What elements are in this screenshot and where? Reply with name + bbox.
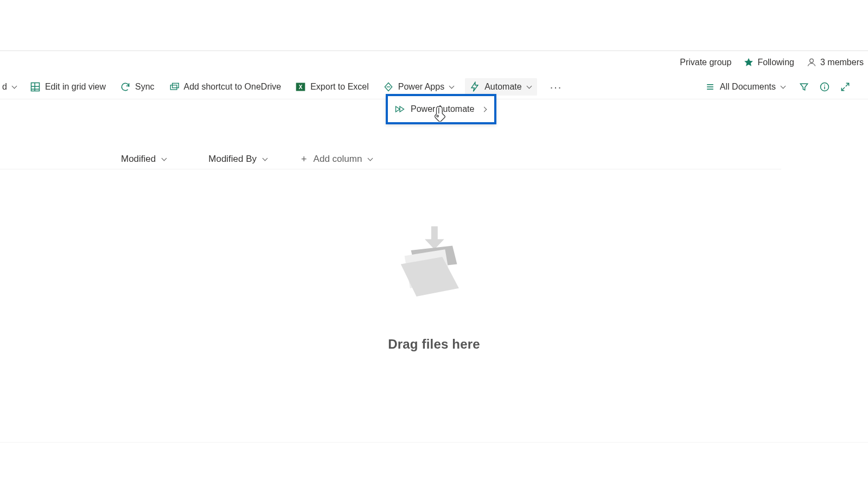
shortcut-label: Add shortcut to OneDrive [184,82,282,92]
column-modified-label: Modified [121,154,156,165]
power-automate-label: Power Automate [411,104,481,114]
sync-button[interactable]: Sync [116,78,159,96]
expand-button[interactable] [838,78,853,96]
chevron-down-icon [161,156,168,162]
page-meta-bar: Private group Following 3 members [0,51,868,73]
automate-dropdown-item[interactable]: Power Automate [386,94,496,124]
add-column-button[interactable]: + Add column [301,154,374,165]
power-automate-icon [394,104,405,115]
chevron-down-icon [780,84,787,90]
chevron-down-icon [11,84,18,90]
power-apps-label: Power Apps [398,82,444,92]
onedrive-shortcut-icon [169,81,180,92]
view-label: All Documents [720,82,776,92]
export-excel-label: Export to Excel [310,82,369,92]
svg-rect-6 [172,83,178,87]
excel-icon: X [295,81,306,92]
expand-icon [840,81,851,92]
svg-text:X: X [299,84,303,90]
chevron-down-icon [449,84,455,90]
automate-icon [469,81,480,92]
export-to-excel-button[interactable]: X Export to Excel [291,78,373,96]
svg-rect-15 [431,226,438,241]
column-headers: Modified Modified By + Add column [0,149,868,169]
private-group-label: Private group [680,58,731,67]
column-modified-by[interactable]: Modified By [208,154,269,165]
chevron-right-icon [481,106,488,112]
chevron-down-icon [262,156,269,162]
power-apps-icon [383,81,394,92]
edit-in-grid-button[interactable]: Edit in grid view [25,78,110,96]
footer-divider [0,442,868,443]
power-apps-button[interactable]: Power Apps [379,78,459,96]
column-modified[interactable]: Modified [121,154,168,165]
new-button-truncated[interactable]: d [0,79,20,95]
folder-drop-icon [388,223,480,315]
chevron-down-icon [526,84,533,90]
empty-state[interactable]: Drag files here [0,223,868,352]
person-icon [806,57,817,68]
list-icon [705,81,716,92]
new-label-truncated: d [2,82,7,92]
edit-grid-label: Edit in grid view [45,82,106,92]
column-modified-by-label: Modified By [208,154,257,165]
automate-label: Automate [484,82,521,92]
members-count: 3 members [820,58,864,67]
add-column-label: Add column [314,154,362,165]
columns-divider [0,169,781,169]
following-button[interactable]: Following [743,57,794,68]
svg-point-0 [810,59,814,62]
empty-message: Drag files here [388,337,480,352]
svg-point-14 [824,85,825,86]
info-icon [819,81,830,92]
filter-button[interactable] [796,78,812,96]
sync-label: Sync [135,82,155,92]
add-shortcut-button[interactable]: Add shortcut to OneDrive [164,78,286,96]
star-icon [743,57,754,68]
automate-button[interactable]: Automate [465,78,537,96]
filter-icon [799,81,809,92]
svg-rect-5 [170,85,177,90]
following-label: Following [757,58,794,67]
svg-rect-1 [31,83,39,91]
sync-icon [120,81,131,92]
info-button[interactable] [817,78,832,96]
grid-icon [30,81,41,92]
chevron-down-icon [367,156,374,162]
view-switcher[interactable]: All Documents [700,78,791,96]
more-actions-button[interactable]: ··· [542,84,570,90]
members-button[interactable]: 3 members [806,57,864,68]
